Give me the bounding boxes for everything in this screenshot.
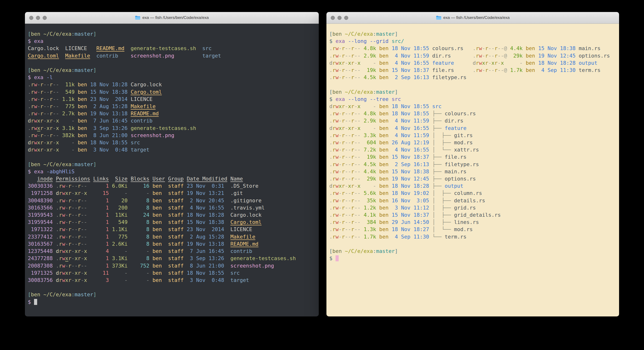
terminal-text — [342, 89, 345, 95]
permission-bits: . — [56, 226, 59, 232]
permission-bits: w — [62, 248, 65, 254]
permission-bits: - — [501, 53, 504, 59]
terminal-text: options.rs — [576, 53, 610, 59]
terminal-text: ben — [74, 118, 87, 124]
permission-bits: w — [336, 132, 339, 138]
permission-bits: . — [329, 154, 332, 160]
permission-bits: - — [354, 147, 357, 153]
permission-bits: . — [56, 255, 59, 261]
permission-bits: r — [68, 226, 72, 232]
terminal-text: ben — [149, 212, 162, 218]
permission-bits: r — [40, 96, 44, 102]
terminal-text: 4 Nov 11:59 — [388, 132, 429, 138]
terminal-text: grid.rs — [454, 205, 476, 211]
permission-bits: r — [351, 161, 354, 167]
terminal-content-dark[interactable]: [ben ~/C/e/exa:master]$ exaCargo.lock LI… — [25, 24, 319, 316]
permission-bits: - — [339, 140, 342, 146]
terminal-text: ben — [149, 183, 162, 189]
permission-bits: r — [351, 110, 354, 116]
permission-bits: r — [59, 234, 62, 240]
terminal-text: ben — [149, 255, 162, 261]
permission-bits: r — [40, 82, 44, 88]
terminal-text: 2 Aug 15:28 — [184, 234, 224, 240]
terminal-line: 31959543 .rw-r--r-- 1 11Ki 24 ben staff … — [28, 212, 316, 219]
terminal-text: xattr.rs — [454, 147, 479, 153]
permission-bits: - — [72, 270, 74, 276]
close-button[interactable] — [331, 16, 335, 20]
permission-bits: - — [74, 226, 78, 232]
permission-bits: r — [68, 219, 72, 225]
permission-bits: - — [357, 132, 360, 138]
permission-bits: - — [72, 198, 74, 204]
terminal-text: - — [360, 60, 376, 66]
permission-bits: - — [339, 74, 342, 80]
terminal-text: 8 — [128, 255, 149, 261]
terminal-text: 18 Nov 18:55 — [388, 45, 429, 51]
minimize-button[interactable] — [36, 16, 40, 20]
permission-bits: r — [332, 154, 336, 160]
terminal-text: 1971322 — [28, 226, 53, 232]
permission-bits: r — [332, 132, 336, 138]
permission-bits: r — [351, 147, 354, 153]
titlebar[interactable]: exa — fish /Users/ben/Code/exa/exa — [326, 12, 619, 24]
permission-bits: . — [56, 205, 59, 211]
permission-bits: - — [74, 205, 78, 211]
permission-bits: r — [78, 190, 81, 196]
permission-bits: - — [354, 53, 357, 59]
terminal-text: file.rs — [429, 67, 454, 73]
zoom-button[interactable] — [43, 16, 47, 20]
permission-bits: x — [348, 60, 351, 66]
permission-bits: - — [357, 226, 360, 232]
permission-bits: - — [354, 205, 357, 211]
permission-bits: x — [46, 140, 50, 146]
permission-bits: r — [351, 190, 354, 196]
terminal-text: target — [202, 53, 221, 59]
terminal-text: src — [128, 140, 140, 146]
permission-bits: w — [336, 45, 339, 51]
terminal-text: -l — [46, 74, 53, 80]
terminal-text: 3 Sep 13:26 — [87, 125, 128, 131]
terminal-text: screenshot.png — [130, 53, 174, 59]
permission-bits: x — [37, 125, 40, 131]
permission-bits: r — [332, 234, 336, 240]
permission-bits: - — [72, 212, 74, 218]
terminal-text: 30083756 — [28, 277, 53, 283]
terminal-line: 23377412 .rw-r--r-- 1 775 8 ben staff 2 … — [28, 233, 316, 240]
permission-bits: - — [345, 147, 348, 153]
terminal-line: .rw-r--r-- 19k ben 15 Nov 18:37 ├── file… — [329, 154, 616, 160]
terminal-line: .rw-r--r-- 4.8k ben 18 Nov 18:55 ├── col… — [329, 110, 616, 117]
terminal-line: drwxr-xr-x - ben 4 Nov 16:55 ├── feature — [329, 125, 616, 132]
zoom-button[interactable] — [344, 16, 348, 20]
terminal-text: staff — [162, 205, 184, 211]
permission-bits: . — [329, 198, 332, 204]
permission-bits: - — [345, 140, 348, 146]
permission-bits: r — [68, 198, 72, 204]
permission-bits: - — [348, 219, 351, 225]
terminal-text: $ — [28, 168, 34, 174]
titlebar[interactable]: exa — fish /Users/ben/Code/exa/exa — [25, 12, 319, 24]
terminal-line: .rw-r--r-- 382k ben 8 Jun 21:00 screensh… — [28, 132, 316, 139]
permission-bits: d — [56, 277, 59, 283]
terminal-text: 5.6k — [360, 190, 376, 196]
permission-bits: w — [34, 132, 37, 138]
permission-bits: w — [62, 183, 65, 189]
permission-bits: r — [332, 190, 336, 196]
terminal-text: ├── — [429, 176, 444, 182]
permission-bits: - — [53, 110, 56, 116]
terminal-text: Cargo.toml — [28, 53, 59, 59]
terminal-text: 4 Nov 16:55 — [388, 125, 429, 131]
terminal-text: 2 Nov 20:45 — [184, 198, 224, 204]
minimize-button[interactable] — [338, 16, 342, 20]
permission-bits: - — [348, 161, 351, 167]
permission-bits: - — [345, 67, 348, 73]
terminal-line: .rw-r--r-- 2.7k ben 19 Nov 13:18 README.… — [28, 110, 316, 117]
terminal-text: staff — [162, 183, 184, 189]
terminal-text: 1.1k — [59, 96, 74, 102]
permission-bits: - — [84, 198, 87, 204]
terminal-text — [165, 176, 168, 182]
permission-bits: r — [78, 205, 81, 211]
terminal-content-light[interactable]: [ben ~/C/e/exa:master]$ exa --long --gri… — [326, 24, 619, 316]
close-button[interactable] — [29, 16, 33, 20]
terminal-text: ├── — [429, 161, 444, 167]
permission-bits: - — [44, 118, 46, 124]
